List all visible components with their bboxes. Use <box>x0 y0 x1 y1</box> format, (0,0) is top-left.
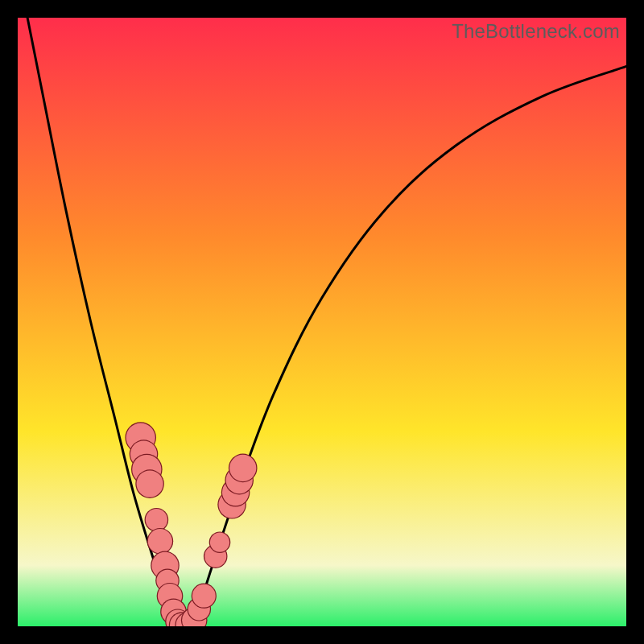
data-marker <box>148 529 172 553</box>
data-marker <box>137 471 163 497</box>
bottleneck-curve <box>18 18 626 626</box>
data-marker <box>210 533 229 552</box>
chart-svg <box>18 18 626 626</box>
data-marker <box>229 455 256 481</box>
data-marker <box>146 509 167 530</box>
marker-cluster-right <box>181 454 258 626</box>
chart-frame: TheBottleneck.com <box>16 16 628 628</box>
plot-area: TheBottleneck.com <box>18 18 626 626</box>
data-marker <box>192 584 216 608</box>
marker-cluster-left <box>125 422 201 626</box>
watermark-label: TheBottleneck.com <box>452 20 620 43</box>
